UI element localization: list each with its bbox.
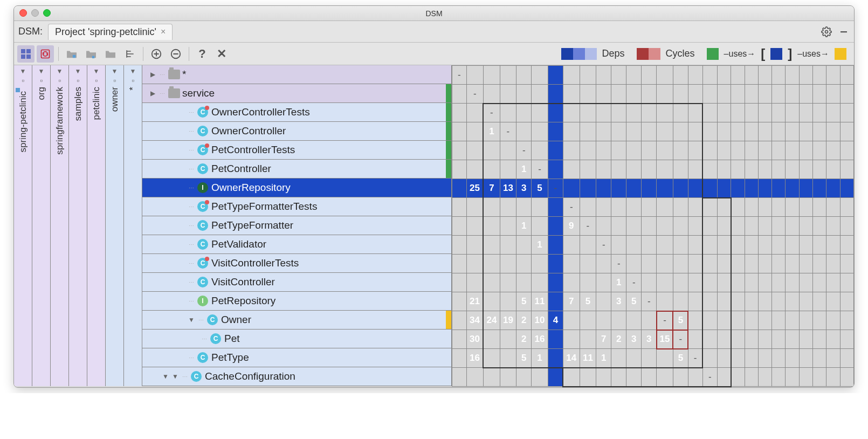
cell-10-22[interactable]	[786, 255, 799, 273]
cell-7-8[interactable]	[580, 198, 596, 217]
cell-4-22[interactable]	[786, 141, 799, 160]
cell-9-11[interactable]	[626, 236, 642, 255]
cell-6-1[interactable]: 25	[466, 179, 483, 198]
cell-13-25[interactable]	[826, 311, 840, 330]
cell-7-5[interactable]	[532, 198, 548, 217]
cell-2-14[interactable]	[673, 104, 688, 122]
cell-7-13[interactable]	[657, 198, 673, 217]
cell-10-6[interactable]	[548, 255, 563, 273]
folder-2-button[interactable]	[82, 45, 100, 63]
cell-12-13[interactable]	[657, 292, 673, 311]
cell-14-4[interactable]: 2	[516, 330, 532, 349]
cell-3-5[interactable]	[532, 122, 548, 141]
cell-13-13[interactable]	[657, 311, 673, 330]
cell-8-12[interactable]	[642, 217, 657, 236]
cell-16-0[interactable]	[452, 368, 467, 387]
cell-7-26[interactable]	[840, 198, 853, 217]
cell-11-23[interactable]	[799, 273, 812, 292]
cell-11-13[interactable]	[657, 273, 673, 292]
row-vc[interactable]: ⋯CVisitController	[142, 273, 452, 292]
row-pc[interactable]: ⋯CPetController	[142, 160, 452, 179]
cell-9-9[interactable]	[596, 236, 611, 255]
cell-0-1[interactable]	[466, 66, 483, 85]
cell-4-15[interactable]	[688, 141, 702, 160]
cell-11-8[interactable]	[580, 273, 596, 292]
owner-col[interactable]: ▼ ▫ owner	[106, 65, 124, 386]
cell-7-22[interactable]	[786, 198, 799, 217]
cell-15-11[interactable]	[626, 349, 642, 368]
cell-9-16[interactable]	[702, 236, 717, 255]
cell-11-14[interactable]	[673, 273, 688, 292]
cell-2-23[interactable]	[799, 104, 812, 122]
cell-7-20[interactable]	[758, 198, 771, 217]
cell-11-2[interactable]	[483, 273, 500, 292]
cell-1-22[interactable]	[786, 85, 799, 104]
cell-1-3[interactable]	[500, 85, 516, 104]
cell-6-17[interactable]	[717, 179, 731, 198]
maximize-icon[interactable]	[43, 9, 51, 17]
cell-2-24[interactable]	[813, 104, 826, 122]
cell-8-13[interactable]	[657, 217, 673, 236]
cell-11-22[interactable]	[786, 273, 799, 292]
cell-13-0[interactable]	[452, 311, 467, 330]
cell-12-8[interactable]: 5	[580, 292, 596, 311]
cell-3-13[interactable]	[657, 122, 673, 141]
cell-10-7[interactable]	[563, 255, 580, 273]
cell-14-11[interactable]: 3	[626, 330, 642, 349]
cell-0-10[interactable]	[611, 66, 626, 85]
cell-2-10[interactable]	[611, 104, 626, 122]
cell-8-9[interactable]	[596, 217, 611, 236]
cycle-button[interactable]	[37, 45, 54, 63]
cell-5-14[interactable]	[673, 160, 688, 179]
cell-4-3[interactable]	[500, 141, 516, 160]
cell-12-9[interactable]	[596, 292, 611, 311]
cell-14-20[interactable]	[758, 330, 771, 349]
cell-5-26[interactable]	[840, 160, 853, 179]
cell-7-2[interactable]	[483, 198, 500, 217]
cell-6-26[interactable]	[840, 179, 853, 198]
cell-1-4[interactable]	[516, 85, 532, 104]
cell-12-26[interactable]	[840, 292, 853, 311]
gear-icon[interactable]	[821, 26, 832, 38]
cell-16-25[interactable]	[826, 368, 840, 387]
cell-16-17[interactable]	[717, 368, 731, 387]
cell-5-19[interactable]	[745, 160, 758, 179]
cell-5-21[interactable]	[772, 160, 786, 179]
cell-15-1[interactable]: 16	[466, 349, 483, 368]
cell-9-12[interactable]	[642, 236, 657, 255]
cell-6-3[interactable]: 13	[500, 179, 516, 198]
cell-11-19[interactable]	[745, 273, 758, 292]
cell-12-20[interactable]	[758, 292, 771, 311]
cell-1-5[interactable]	[532, 85, 548, 104]
cell-5-25[interactable]	[826, 160, 840, 179]
cell-5-7[interactable]	[563, 160, 580, 179]
cell-4-20[interactable]	[758, 141, 771, 160]
cell-4-9[interactable]	[596, 141, 611, 160]
cell-4-6[interactable]	[548, 141, 563, 160]
cell-13-11[interactable]	[626, 311, 642, 330]
row-cache[interactable]: ▼▼⋯CCacheConfiguration	[142, 367, 452, 386]
cell-16-4[interactable]	[516, 368, 532, 387]
cell-7-11[interactable]	[626, 198, 642, 217]
cell-3-25[interactable]	[826, 122, 840, 141]
cell-11-7[interactable]	[563, 273, 580, 292]
cell-10-4[interactable]	[516, 255, 532, 273]
cell-11-5[interactable]	[532, 273, 548, 292]
cell-1-7[interactable]	[563, 85, 580, 104]
cell-13-9[interactable]	[596, 311, 611, 330]
cell-7-3[interactable]	[500, 198, 516, 217]
cell-11-24[interactable]	[813, 273, 826, 292]
cell-12-21[interactable]	[772, 292, 786, 311]
cell-3-0[interactable]	[452, 122, 467, 141]
cell-10-8[interactable]	[580, 255, 596, 273]
cell-2-3[interactable]	[500, 104, 516, 122]
cell-0-5[interactable]	[532, 66, 548, 85]
cell-14-2[interactable]	[483, 330, 500, 349]
cell-8-5[interactable]	[532, 217, 548, 236]
cell-9-15[interactable]	[688, 236, 702, 255]
cell-14-25[interactable]	[826, 330, 840, 349]
cell-8-26[interactable]	[840, 217, 853, 236]
row-star[interactable]: ▶⋯*	[142, 65, 452, 84]
cell-6-5[interactable]: 5	[532, 179, 548, 198]
cell-5-9[interactable]	[596, 160, 611, 179]
